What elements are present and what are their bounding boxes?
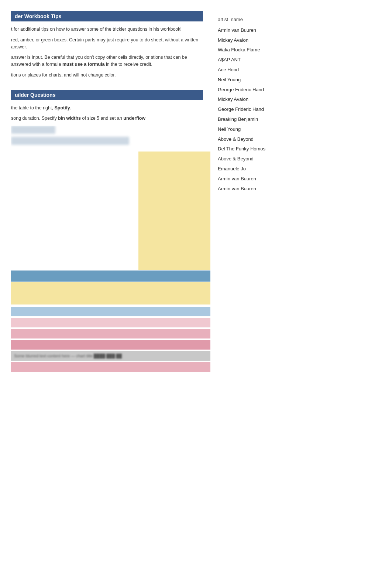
- questions-header: uilder Questions: [11, 90, 203, 100]
- artist-column-header-text: artist_name: [218, 17, 243, 22]
- list-item: Breaking Benjamin: [218, 115, 358, 125]
- tips-section: der Workbook Tips t for additional tips …: [11, 11, 203, 79]
- list-item: Armin van Buuren: [218, 25, 358, 35]
- list-item: A$AP ANT: [218, 55, 358, 65]
- list-item: Emanuele Jo: [218, 164, 358, 174]
- list-item: Waka Flocka Flame: [218, 45, 358, 55]
- list-item: Armin van Buuren: [218, 184, 358, 194]
- chart-area: [11, 152, 210, 270]
- tips-header: der Workbook Tips: [11, 11, 203, 21]
- questions-para-1: the table to the right, Spotify.: [11, 105, 203, 112]
- blue-bar: [11, 271, 210, 282]
- questions-para-2: song duration. Specify bin widths of siz…: [11, 115, 203, 122]
- list-item: Mickey Avalon: [218, 95, 358, 105]
- band-text: Some blurred text content here — chart t…: [11, 351, 210, 361]
- tips-content: t for additional tips on how to answer s…: [11, 26, 203, 79]
- list-item: George Frideric Hand: [218, 105, 358, 115]
- band-lightblue: [11, 307, 210, 316]
- band-pink-3: [11, 340, 210, 350]
- list-item: Armin van Buuren: [218, 174, 358, 184]
- tips-para-4: tions or places for charts, and will not…: [11, 72, 203, 79]
- band-blurred-text: Some blurred text content here — chart t…: [14, 354, 122, 358]
- chart-yellow-area: [138, 152, 210, 270]
- list-item: Del The Funky Homos: [218, 144, 358, 154]
- artist-list: artist_name Armin van Buuren Mickey Aval…: [218, 15, 358, 194]
- list-item: Neil Young: [218, 125, 358, 135]
- tips-para-3: answer is input. Be careful that you don…: [11, 54, 203, 68]
- tips-header-text: der Workbook Tips: [15, 13, 61, 19]
- band-pink-2: [11, 329, 210, 338]
- right-panel: artist_name Armin van Buuren Mickey Aval…: [210, 11, 365, 575]
- questions-content: the table to the right, Spotify. song du…: [11, 105, 203, 122]
- right-panel-content: artist_name Armin van Buuren Mickey Aval…: [218, 11, 358, 194]
- chart-bars-area: [11, 152, 138, 270]
- questions-section: uilder Questions the table to the right,…: [11, 90, 203, 372]
- yellow-band: [11, 282, 210, 304]
- left-panel: der Workbook Tips t for additional tips …: [0, 11, 210, 575]
- questions-header-text: uilder Questions: [15, 92, 55, 98]
- band-pink-end: [11, 362, 210, 372]
- list-item: Above & Beyond: [218, 135, 358, 144]
- blurred-input-2[interactable]: [11, 137, 129, 145]
- list-item: George Frideric Hand: [218, 85, 358, 95]
- list-item: Neil Young: [218, 75, 358, 85]
- bands-section: Some blurred text content here — chart t…: [11, 307, 210, 372]
- list-item: Ace Hood: [218, 65, 358, 75]
- blurred-inputs: [11, 126, 203, 148]
- artist-column-header: artist_name: [218, 15, 358, 25]
- tips-para-1: t for additional tips on how to answer s…: [11, 26, 203, 33]
- list-item: Above & Beyond: [218, 154, 358, 164]
- tips-para-2: red, amber, or green boxes. Certain part…: [11, 37, 203, 51]
- blurred-input-1[interactable]: [11, 126, 55, 134]
- band-pink-1: [11, 318, 210, 327]
- list-item: Mickey Avalon: [218, 35, 358, 45]
